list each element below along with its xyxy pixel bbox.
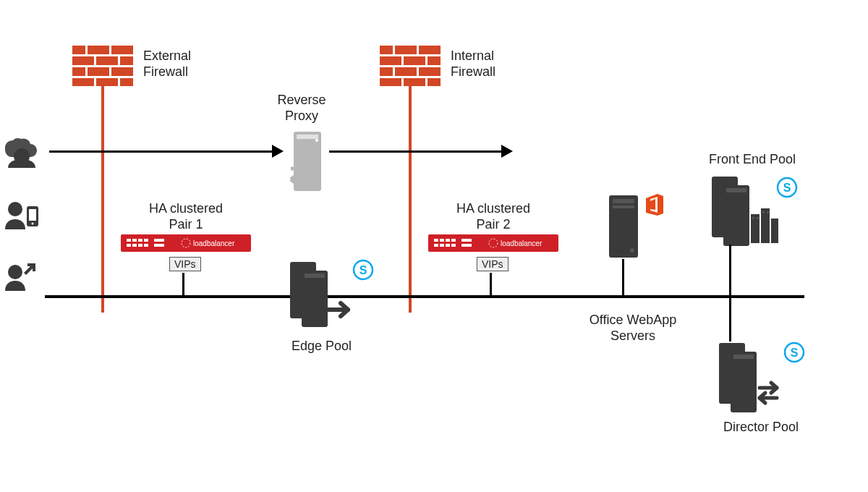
svg-rect-19 [380, 67, 393, 76]
ha2-drop [490, 273, 492, 297]
front-end-pool-label: Front End Pool [702, 152, 803, 168]
office-webapp-label: Office WebApp Servers [579, 313, 687, 344]
svg-rect-10 [72, 78, 94, 86]
external-firewall-icon [72, 46, 133, 86]
svg-rect-3 [111, 46, 133, 54]
svg-rect-73 [761, 208, 770, 243]
svg-rect-37 [144, 239, 148, 242]
svg-rect-38 [127, 244, 131, 247]
front-end-drop [729, 245, 731, 297]
svg-point-25 [8, 202, 22, 216]
svg-rect-8 [88, 67, 109, 76]
svg-text:S: S [791, 347, 799, 359]
svg-rect-41 [144, 244, 148, 247]
svg-rect-76 [757, 217, 759, 219]
diagram-canvas: External Firewall Internal Firewall Reve… [0, 0, 868, 492]
ha-pair-2-label: HA clustered Pair 2 [450, 201, 537, 232]
svg-point-32 [315, 139, 318, 142]
svg-rect-51 [434, 244, 438, 247]
office-drop [622, 259, 624, 297]
svg-rect-60 [302, 271, 328, 327]
edge-pool-icon [286, 259, 358, 331]
svg-rect-7 [72, 67, 85, 76]
svg-rect-54 [451, 244, 456, 247]
reverse-proxy-label: Reverse Proxy [273, 93, 331, 124]
svg-rect-65 [613, 199, 634, 203]
arrow-2-head [501, 145, 513, 158]
arrow-1-head [272, 145, 284, 158]
svg-rect-23 [404, 78, 425, 86]
svg-point-28 [32, 223, 34, 225]
reverse-proxy-icon [288, 129, 331, 195]
front-end-skype-icon: S [776, 177, 798, 198]
office-logo-icon [644, 192, 665, 217]
director-pool-icon [715, 340, 787, 412]
svg-rect-55 [461, 239, 472, 242]
svg-rect-6 [120, 56, 133, 65]
svg-rect-40 [138, 244, 142, 247]
svg-rect-50 [451, 239, 456, 242]
svg-text:loadbalancer: loadbalancer [193, 239, 235, 247]
svg-rect-4 [72, 56, 94, 65]
svg-point-67 [630, 248, 634, 253]
svg-rect-11 [96, 78, 118, 86]
ha1-drop [182, 273, 184, 297]
svg-rect-70 [723, 185, 749, 246]
svg-rect-20 [395, 67, 417, 76]
ha-pair-1-label: HA clustered Pair 1 [142, 201, 229, 232]
svg-rect-82 [731, 352, 757, 412]
vips-1-label: VIPs [169, 257, 201, 271]
svg-rect-14 [395, 46, 417, 54]
arrow-2-line [329, 150, 501, 153]
edge-pool-label: Edge Pool [292, 339, 352, 355]
svg-rect-56 [461, 244, 472, 247]
svg-rect-53 [446, 244, 450, 247]
edge-pool-skype-icon: S [352, 259, 374, 281]
svg-rect-17 [404, 56, 425, 65]
svg-rect-48 [440, 239, 444, 242]
internal-firewall-icon [380, 46, 441, 86]
svg-rect-47 [434, 239, 438, 242]
svg-rect-21 [419, 67, 441, 76]
office-webapp-icon [606, 194, 641, 260]
svg-rect-16 [380, 56, 401, 65]
svg-rect-13 [380, 46, 393, 54]
internal-firewall-line [409, 86, 412, 313]
arrow-1-line [49, 150, 272, 153]
svg-rect-66 [613, 205, 634, 208]
svg-rect-22 [380, 78, 401, 86]
svg-rect-77 [762, 211, 765, 213]
svg-point-29 [8, 265, 22, 279]
svg-rect-34 [127, 239, 131, 242]
svg-rect-27 [29, 209, 36, 221]
director-skype-icon: S [783, 342, 805, 363]
svg-text:S: S [783, 182, 791, 194]
svg-rect-5 [96, 56, 118, 65]
svg-rect-75 [752, 217, 754, 219]
svg-rect-31 [297, 135, 318, 139]
cloud-user-icon [4, 137, 40, 169]
external-user-icon [4, 260, 40, 292]
svg-text:S: S [359, 264, 367, 276]
svg-rect-71 [726, 188, 746, 192]
mobile-user-icon [4, 199, 40, 231]
svg-rect-2 [88, 46, 109, 54]
director-drop [729, 297, 731, 342]
front-end-pool-icon [707, 174, 780, 246]
svg-rect-12 [120, 78, 133, 86]
svg-rect-83 [733, 355, 754, 359]
vips-2-label: VIPs [477, 257, 509, 271]
external-firewall-line [101, 86, 104, 313]
svg-rect-42 [154, 239, 164, 242]
svg-rect-52 [440, 244, 444, 247]
svg-rect-24 [427, 78, 441, 86]
loadbalancer-1-icon: loadbalancer [121, 234, 251, 253]
svg-rect-36 [138, 239, 142, 242]
svg-rect-49 [446, 239, 450, 242]
svg-rect-39 [132, 244, 137, 247]
svg-rect-64 [609, 195, 638, 258]
loadbalancer-2-icon: loadbalancer [428, 234, 558, 253]
director-pool-label: Director Pool [714, 420, 808, 436]
svg-rect-18 [427, 56, 441, 65]
svg-rect-35 [132, 239, 137, 242]
